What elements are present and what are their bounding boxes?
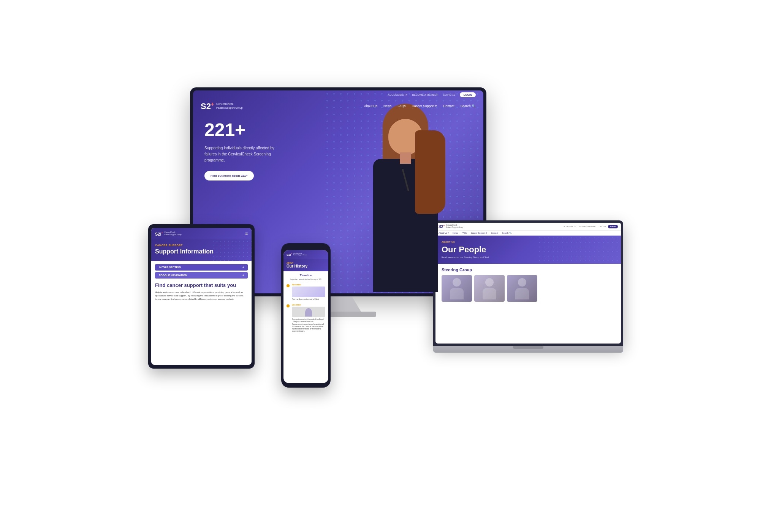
- laptop-body: Steering Group: [435, 264, 621, 306]
- desktop-nav-links: About Us News FAQs Cancer Support ▾ Cont…: [364, 104, 476, 108]
- timeline-dot-1: [287, 284, 290, 287]
- phone-device: S2i+ CervicalCheck Patient Support Group…: [281, 243, 331, 388]
- covid-link[interactable]: COVID-19: [443, 93, 455, 96]
- phone-timeline-item: November First member meeting held in Du…: [287, 283, 325, 301]
- phone-screen: S2i+ CervicalCheck Patient Support Group…: [283, 250, 328, 383]
- desktop-nav: ACCESSIBILITY BECOME A MEMBER COVID-19 L…: [193, 90, 483, 113]
- laptop-page-header: ABOUT US Our People Read more about our …: [435, 236, 621, 264]
- timeline-date-2: December: [292, 304, 325, 306]
- laptop-covid[interactable]: COVID-19: [598, 226, 606, 228]
- tablet-screen: S2i+ CervicalCheck Patient Support Group…: [151, 228, 252, 365]
- timeline-text-1: First member meeting held in Dublin: [292, 298, 325, 301]
- logo-text: CervicalCheck Patient Support Group: [216, 102, 243, 110]
- tablet-content: IN THIS SECTION + TOGGLE NAVIGATION + Fi…: [151, 261, 252, 304]
- desktop-person-render: [350, 100, 461, 290]
- phone-logo-text: CervicalCheck Patient Support Group: [293, 253, 307, 256]
- timeline-img-2: [292, 307, 325, 317]
- phone-logo: S2i+ CervicalCheck Patient Support Group: [287, 252, 307, 256]
- become-member-link[interactable]: BECOME A MEMBER: [412, 93, 439, 96]
- laptop-screen: S2+ CervicalCheck Patient Support Group …: [435, 223, 621, 344]
- hero-cta-button[interactable]: Find out more about 221+: [204, 171, 254, 180]
- phone-topbar: S2i+ CervicalCheck Patient Support Group: [283, 250, 328, 259]
- desktop-topbar: ACCESSIBILITY BECOME A MEMBER COVID-19 L…: [193, 90, 483, 99]
- nav-contact[interactable]: Contact: [443, 104, 454, 108]
- phone-page-title: Our History: [287, 264, 325, 268]
- tablet-find-title: Find cancer support that suits you: [155, 282, 248, 288]
- phone-logo-s2i: S2i+: [287, 252, 292, 256]
- timeline-text-2: Aggregate report on the work of the Roya…: [292, 318, 325, 333]
- nav-cancer-support[interactable]: Cancer Support ▾: [412, 104, 437, 108]
- laptop-nav-faqs[interactable]: FAQs: [462, 232, 467, 234]
- timeline-img-1: [292, 287, 325, 297]
- logo-s2i: S2+: [201, 101, 214, 111]
- phone-timeline-header: Timeline: [287, 274, 325, 277]
- phone-frame: S2i+ CervicalCheck Patient Support Group…: [281, 243, 331, 388]
- timeline-person-silhouette: [305, 308, 312, 317]
- tablet-menu-icon[interactable]: ≡: [245, 231, 248, 236]
- laptop-base: [433, 346, 623, 353]
- person-hair-right: [415, 130, 445, 214]
- nav-faqs[interactable]: FAQs: [397, 104, 405, 108]
- laptop-person-card-3: [507, 275, 537, 302]
- laptop-frame: S2+ CervicalCheck Patient Support Group …: [433, 220, 623, 346]
- laptop-person-card-2: [474, 275, 505, 302]
- laptop-nav-contact[interactable]: Contact: [491, 232, 498, 234]
- laptop-accessibility[interactable]: ACCESSIBILITY: [564, 226, 576, 228]
- desktop-mainbar: S2+ CervicalCheck Patient Support Group …: [193, 99, 483, 113]
- laptop-topbar-small: ACCESSIBILITY BECOME A MEMBER COVID-19 L…: [564, 225, 618, 228]
- person-body-3: [515, 288, 529, 299]
- timeline-dot-2: [287, 304, 290, 307]
- laptop-nav-cancer-support[interactable]: Cancer Support ▾: [471, 232, 487, 234]
- timeline-content-2: December Aggregate report on the work of…: [292, 304, 325, 333]
- laptop-device: S2+ CervicalCheck Patient Support Group …: [433, 220, 623, 365]
- tablet-logo-s2i: S2i+: [155, 231, 163, 236]
- laptop-nav-search[interactable]: Search 🔍: [502, 232, 512, 234]
- laptop-steering-title: Steering Group: [442, 268, 615, 272]
- tablet-topbar: S2i+ CervicalCheck Patient Support Group…: [151, 228, 252, 239]
- accessibility-link[interactable]: ACCESSIBILITY: [388, 93, 408, 96]
- desktop-hero: 221+ Supporting individuals directly aff…: [204, 121, 280, 180]
- timeline-date-1: November: [292, 283, 325, 286]
- person-card-face-2: [474, 275, 505, 302]
- phone-page-header: ABOUT Our History: [283, 259, 328, 271]
- phone-timeline-area: Timeline Important events in the history…: [283, 271, 328, 338]
- nav-about-us[interactable]: About Us: [364, 104, 377, 108]
- person-head-2: [485, 278, 494, 287]
- laptop-header-dots: [537, 236, 621, 264]
- laptop-nav: About Us ▾ News FAQs Cancer Support ▾ Co…: [435, 231, 621, 236]
- desktop-logo: S2+ CervicalCheck Patient Support Group: [201, 101, 243, 111]
- laptop-login-btn[interactable]: LOGIN: [608, 225, 618, 228]
- tablet-device: S2i+ CervicalCheck Patient Support Group…: [148, 224, 255, 369]
- person-body-2: [483, 288, 496, 299]
- hero-title: 221+: [204, 121, 280, 139]
- login-button[interactable]: LOGIN: [460, 92, 476, 97]
- timeline-img-inner-1: [292, 287, 325, 297]
- timeline-content-1: November First member meeting held in Du…: [292, 283, 325, 301]
- tablet-in-section-btn[interactable]: IN THIS SECTION +: [155, 264, 248, 271]
- tablet-page-header: CANCER SUPPORT Support Information: [151, 239, 252, 261]
- tablet-logo-text: CervicalCheck Patient Support Group: [165, 231, 182, 236]
- phone-timeline-sub: Important events in the history of S2I: [287, 278, 325, 280]
- nav-search[interactable]: Search 🔍: [461, 104, 476, 108]
- logo-plus: +: [211, 101, 214, 107]
- tablet-header-dots: [211, 239, 252, 261]
- laptop-topbar: S2+ CervicalCheck Patient Support Group …: [435, 223, 621, 231]
- phone-notch: [298, 245, 314, 249]
- tablet-logo: S2i+ CervicalCheck Patient Support Group: [155, 231, 181, 236]
- nav-news[interactable]: News: [383, 104, 391, 108]
- phone-timeline-item-2: December Aggregate report on the work of…: [287, 304, 325, 333]
- laptop-people-grid: [442, 275, 615, 302]
- laptop-become-member[interactable]: BECOME A MEMBER: [579, 226, 595, 228]
- tablet-find-text: Help is available across Ireland with di…: [155, 291, 248, 301]
- person-neck: [400, 152, 411, 164]
- tablet-toggle-btn[interactable]: TOGGLE NAVIGATION +: [155, 272, 248, 279]
- scene: ACCESSIBILITY BECOME A MEMBER COVID-19 L…: [114, 57, 646, 475]
- laptop-base-notch: [513, 346, 543, 349]
- person-head-3: [518, 278, 526, 287]
- tablet-frame: S2i+ CervicalCheck Patient Support Group…: [148, 224, 255, 369]
- hero-subtitle: Supporting individuals directly affected…: [204, 145, 280, 163]
- person-card-face-3: [507, 275, 537, 302]
